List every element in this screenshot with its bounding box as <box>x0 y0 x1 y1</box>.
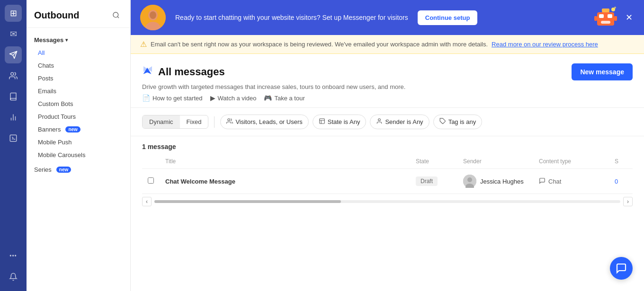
sidebar-item-label: Product Tours <box>38 113 76 120</box>
page-title-row: All messages <box>142 65 225 79</box>
users-icon[interactable] <box>5 67 22 84</box>
sidebar-item-label: Custom Bots <box>38 100 73 107</box>
sidebar-item-label: Emails <box>38 88 56 95</box>
sidebar-item-product-tours[interactable]: Product Tours <box>27 110 130 123</box>
svg-line-9 <box>117 17 119 18</box>
chat-fab-button[interactable] <box>610 257 633 280</box>
inbox-icon[interactable]: ✉ <box>5 26 22 43</box>
document-icon: 📄 <box>142 94 150 102</box>
series-badge: new <box>56 167 71 173</box>
sidebar-item-chats[interactable]: Chats <box>27 59 130 72</box>
sidebar-item-banners[interactable]: Banners new <box>27 123 130 136</box>
sender-header: Sender <box>457 154 533 169</box>
sidebar-item-label: Posts <box>38 75 54 82</box>
watch-video-link[interactable]: ▶ Watch a video <box>210 94 257 102</box>
dynamic-filter-btn[interactable]: Dynamic <box>143 115 180 128</box>
row-checkbox[interactable] <box>148 177 154 184</box>
svg-rect-18 <box>594 16 597 21</box>
checkbox-header <box>142 154 160 169</box>
sidebar-item-label: Mobile Carousels <box>38 151 85 159</box>
close-banner-button[interactable]: ✕ <box>624 10 635 25</box>
audience-filter-chip[interactable]: Visitors, Leads, or Users <box>220 115 308 129</box>
sidebar-item-custom-bots[interactable]: Custom Bots <box>27 97 130 110</box>
sidebar: Outbound Messages ▾ All Chats Posts Emai… <box>27 0 131 291</box>
watch-video-label: Watch a video <box>218 95 257 102</box>
sidebar-item-mobile-push[interactable]: Mobile Push <box>27 136 130 149</box>
top-banner-text: Ready to start chatting with your websit… <box>175 14 408 21</box>
page-header-row: All messages New message <box>142 63 633 80</box>
sidebar-item-label: Chats <box>38 62 54 69</box>
svg-point-8 <box>113 12 118 18</box>
continue-setup-button[interactable]: Continue setup <box>418 10 478 25</box>
page-title: All messages <box>158 66 225 78</box>
tag-filter-chip[interactable]: Tag is any <box>433 115 483 129</box>
title-header: Title <box>160 154 410 169</box>
book-icon[interactable] <box>5 88 22 105</box>
row-checkbox-cell <box>142 169 160 194</box>
filter-toggle: Dynamic Fixed <box>142 115 208 129</box>
sidebar-search-button[interactable] <box>109 9 123 22</box>
svg-rect-24 <box>320 119 325 124</box>
terminal-icon[interactable] <box>5 130 22 147</box>
chart-icon[interactable] <box>5 109 22 126</box>
more-icon[interactable]: ••• <box>5 247 22 265</box>
grid-icon[interactable]: ⊞ <box>5 5 22 22</box>
scroll-left-arrow[interactable]: ‹ <box>142 197 152 206</box>
chat-content-icon <box>539 177 546 185</box>
how-to-get-started-link[interactable]: 📄 How to get started <box>142 94 203 102</box>
sender-filter-label: Sender is Any <box>385 118 423 125</box>
table-count: 1 message <box>142 136 633 154</box>
sender-filter-chip[interactable]: Sender is Any <box>370 115 429 129</box>
sender-name: Jessica Hughes <box>480 178 524 185</box>
table-scroll-container: Title State Sender Content type S <box>142 154 633 209</box>
sidebar-item-posts[interactable]: Posts <box>27 72 130 85</box>
svg-rect-15 <box>599 14 604 18</box>
content-type-header: Content type <box>533 154 609 169</box>
svg-rect-20 <box>602 9 609 12</box>
table-row[interactable]: Chat Welcome Message Draft <box>142 169 633 194</box>
s-value: 0 <box>615 178 618 185</box>
chevron-down-icon: ▾ <box>65 37 68 43</box>
content-type-label: Chat <box>548 178 561 185</box>
sidebar-section-messages[interactable]: Messages ▾ <box>27 34 130 46</box>
svg-point-2 <box>11 72 14 75</box>
sidebar-item-series[interactable]: Series new <box>27 163 130 176</box>
top-banner-content: Ready to start chatting with your websit… <box>140 5 477 30</box>
page-content: All messages New message Drive growth wi… <box>131 54 644 291</box>
svg-point-23 <box>228 119 230 121</box>
warning-link[interactable]: Read more on our review process here <box>492 41 598 48</box>
fixed-filter-btn[interactable]: Fixed <box>180 115 208 128</box>
table-header-row: Title State Sender Content type S <box>142 154 633 169</box>
sidebar-item-emails[interactable]: Emails <box>27 85 130 97</box>
sidebar-item-all[interactable]: All <box>27 46 130 59</box>
audience-filter-label: Visitors, Leads, or Users <box>235 118 302 125</box>
row-state-cell: Draft <box>410 169 457 194</box>
scroll-thumb <box>154 200 341 203</box>
state-header: State <box>410 154 457 169</box>
how-to-get-started-label: How to get started <box>152 95 203 102</box>
warning-icon: ⚠ <box>140 40 147 49</box>
scroll-right-arrow[interactable]: › <box>623 197 633 206</box>
scroll-bar-container: ‹ › <box>142 194 633 209</box>
take-tour-link[interactable]: 🎮 Take a tour <box>264 94 304 102</box>
sender-row: Jessica Hughes <box>463 175 528 188</box>
data-table: Title State Sender Content type S <box>142 154 633 194</box>
filter-divider <box>214 116 215 128</box>
bell-icon[interactable] <box>5 268 22 285</box>
page-subtitle: Drive growth with targeted messages that… <box>142 83 633 90</box>
svg-rect-19 <box>614 16 617 21</box>
state-filter-chip[interactable]: State is Any <box>313 115 367 129</box>
main-content: Ready to start chatting with your websit… <box>131 0 644 291</box>
warning-text: Email can't be sent right now as your wo… <box>151 41 488 48</box>
tag-icon <box>439 118 446 126</box>
scroll-track[interactable] <box>154 200 620 203</box>
send-icon[interactable] <box>5 46 22 63</box>
sidebar-item-mobile-carousels[interactable]: Mobile Carousels <box>27 149 130 161</box>
messages-label: Messages <box>34 36 63 44</box>
s-header: S <box>609 154 633 169</box>
new-message-button[interactable]: New message <box>572 63 633 80</box>
sidebar-header: Outbound <box>27 0 130 28</box>
gamepad-icon: 🎮 <box>264 94 272 102</box>
state-filter-label: State is Any <box>328 118 360 125</box>
svg-rect-17 <box>601 21 610 24</box>
